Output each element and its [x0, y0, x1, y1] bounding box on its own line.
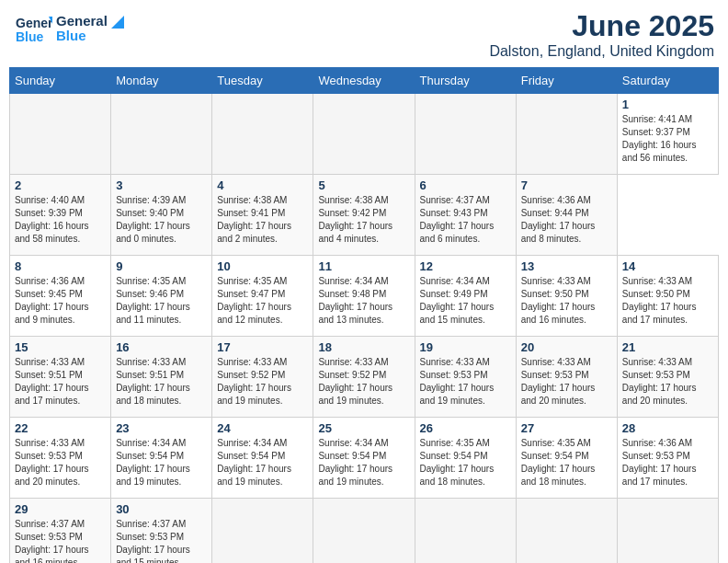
day-number: 17: [217, 340, 308, 354]
day-number: 13: [521, 259, 612, 273]
calendar-cell-13: 13Sunrise: 4:33 AMSunset: 9:50 PMDayligh…: [516, 256, 617, 337]
calendar-cell-19: 19Sunrise: 4:33 AMSunset: 9:53 PMDayligh…: [415, 337, 516, 418]
calendar-cell-7: 7Sunrise: 4:36 AMSunset: 9:44 PMDaylight…: [516, 175, 617, 256]
empty-cell: [212, 94, 313, 175]
calendar-cell-12: 12Sunrise: 4:34 AMSunset: 9:49 PMDayligh…: [415, 256, 516, 337]
location-title: Dalston, England, United Kingdom: [489, 43, 714, 60]
day-info: Sunrise: 4:37 AMSunset: 9:53 PMDaylight:…: [116, 519, 190, 563]
empty-cell: [313, 94, 415, 175]
column-header-monday: Monday: [111, 68, 212, 94]
day-number: 10: [217, 259, 308, 273]
calendar-cell-21: 21Sunrise: 4:33 AMSunset: 9:53 PMDayligh…: [617, 337, 718, 418]
column-header-sunday: Sunday: [10, 68, 111, 94]
day-info: Sunrise: 4:35 AMSunset: 9:54 PMDaylight:…: [521, 438, 596, 487]
calendar-header-row: SundayMondayTuesdayWednesdayThursdayFrid…: [10, 68, 719, 94]
day-number: 20: [521, 340, 612, 354]
day-info: Sunrise: 4:33 AMSunset: 9:53 PMDaylight:…: [15, 438, 89, 487]
day-number: 14: [622, 259, 713, 273]
calendar-table: SundayMondayTuesdayWednesdayThursdayFrid…: [9, 67, 719, 563]
calendar-cell-16: 16Sunrise: 4:33 AMSunset: 9:51 PMDayligh…: [111, 337, 212, 418]
day-number: 27: [521, 421, 612, 435]
calendar-row: 1Sunrise: 4:41 AMSunset: 9:37 PMDaylight…: [10, 94, 719, 175]
empty-cell: [111, 94, 212, 175]
calendar-cell-29: 29Sunrise: 4:37 AMSunset: 9:53 PMDayligh…: [10, 499, 111, 564]
day-number: 7: [521, 178, 612, 192]
day-info: Sunrise: 4:34 AMSunset: 9:48 PMDaylight:…: [318, 276, 392, 325]
calendar-cell-11: 11Sunrise: 4:34 AMSunset: 9:48 PMDayligh…: [313, 256, 415, 337]
svg-marker-3: [111, 16, 124, 29]
day-number: 18: [318, 340, 409, 354]
day-info: Sunrise: 4:39 AMSunset: 9:40 PMDaylight:…: [116, 195, 190, 244]
column-header-thursday: Thursday: [415, 68, 516, 94]
day-number: 12: [420, 259, 511, 273]
empty-cell: [516, 499, 617, 564]
day-number: 15: [15, 340, 106, 354]
calendar-cell-22: 22Sunrise: 4:33 AMSunset: 9:53 PMDayligh…: [10, 418, 111, 499]
day-info: Sunrise: 4:37 AMSunset: 9:53 PMDaylight:…: [15, 519, 89, 563]
day-number: 1: [622, 98, 713, 111]
calendar-row: 22Sunrise: 4:33 AMSunset: 9:53 PMDayligh…: [10, 418, 719, 499]
day-number: 3: [116, 178, 207, 192]
day-info: Sunrise: 4:37 AMSunset: 9:43 PMDaylight:…: [420, 195, 495, 244]
day-info: Sunrise: 4:33 AMSunset: 9:50 PMDaylight:…: [521, 276, 596, 325]
day-number: 4: [217, 178, 308, 192]
day-info: Sunrise: 4:34 AMSunset: 9:49 PMDaylight:…: [420, 276, 495, 325]
calendar-cell-14: 14Sunrise: 4:33 AMSunset: 9:50 PMDayligh…: [617, 256, 718, 337]
day-info: Sunrise: 4:41 AMSunset: 9:37 PMDaylight:…: [622, 114, 697, 163]
logo: General Blue General Blue: [14, 9, 124, 48]
calendar-cell-4: 4Sunrise: 4:38 AMSunset: 9:41 PMDaylight…: [212, 175, 313, 256]
day-info: Sunrise: 4:40 AMSunset: 9:39 PMDaylight:…: [15, 195, 89, 244]
day-number: 19: [420, 340, 511, 354]
day-info: Sunrise: 4:33 AMSunset: 9:52 PMDaylight:…: [318, 357, 392, 406]
day-number: 25: [318, 421, 409, 435]
day-number: 22: [15, 421, 106, 435]
day-number: 2: [15, 178, 106, 192]
day-info: Sunrise: 4:33 AMSunset: 9:51 PMDaylight:…: [15, 357, 89, 406]
calendar-cell-9: 9Sunrise: 4:35 AMSunset: 9:46 PMDaylight…: [111, 256, 212, 337]
month-title: June 2025: [489, 9, 714, 43]
day-info: Sunrise: 4:33 AMSunset: 9:52 PMDaylight:…: [217, 357, 291, 406]
day-info: Sunrise: 4:38 AMSunset: 9:41 PMDaylight:…: [217, 195, 291, 244]
calendar-cell-26: 26Sunrise: 4:35 AMSunset: 9:54 PMDayligh…: [415, 418, 516, 499]
day-number: 11: [318, 259, 409, 273]
empty-cell: [212, 499, 313, 564]
day-number: 16: [116, 340, 207, 354]
day-info: Sunrise: 4:34 AMSunset: 9:54 PMDaylight:…: [217, 438, 291, 487]
day-number: 21: [622, 340, 713, 354]
day-info: Sunrise: 4:36 AMSunset: 9:53 PMDaylight:…: [622, 438, 697, 487]
column-header-friday: Friday: [516, 68, 617, 94]
calendar-cell-20: 20Sunrise: 4:33 AMSunset: 9:53 PMDayligh…: [516, 337, 617, 418]
day-info: Sunrise: 4:35 AMSunset: 9:47 PMDaylight:…: [217, 276, 291, 325]
empty-cell: [415, 94, 516, 175]
calendar-cell-25: 25Sunrise: 4:34 AMSunset: 9:54 PMDayligh…: [313, 418, 415, 499]
column-header-wednesday: Wednesday: [313, 68, 415, 94]
day-number: 23: [116, 421, 207, 435]
calendar-cell-24: 24Sunrise: 4:34 AMSunset: 9:54 PMDayligh…: [212, 418, 313, 499]
logo-icon: General Blue: [14, 9, 52, 48]
column-header-saturday: Saturday: [617, 68, 718, 94]
day-number: 8: [15, 259, 106, 273]
day-number: 26: [420, 421, 511, 435]
day-number: 9: [116, 259, 207, 273]
day-number: 28: [622, 421, 713, 435]
calendar-cell-5: 5Sunrise: 4:38 AMSunset: 9:42 PMDaylight…: [313, 175, 415, 256]
day-info: Sunrise: 4:36 AMSunset: 9:44 PMDaylight:…: [521, 195, 596, 244]
svg-text:Blue: Blue: [16, 29, 44, 44]
svg-text:General: General: [16, 16, 52, 30]
calendar-row: 29Sunrise: 4:37 AMSunset: 9:53 PMDayligh…: [10, 499, 719, 564]
logo-blue-text: Blue: [56, 29, 124, 44]
empty-cell: [617, 499, 718, 564]
calendar-cell-2: 2Sunrise: 4:40 AMSunset: 9:39 PMDaylight…: [10, 175, 111, 256]
day-info: Sunrise: 4:36 AMSunset: 9:45 PMDaylight:…: [15, 276, 89, 325]
logo-general-text: General: [56, 14, 124, 29]
empty-cell: [415, 499, 516, 564]
calendar-row: 15Sunrise: 4:33 AMSunset: 9:51 PMDayligh…: [10, 337, 719, 418]
column-header-tuesday: Tuesday: [212, 68, 313, 94]
day-info: Sunrise: 4:33 AMSunset: 9:53 PMDaylight:…: [622, 357, 697, 406]
calendar-row: 8Sunrise: 4:36 AMSunset: 9:45 PMDaylight…: [10, 256, 719, 337]
calendar-cell-30: 30Sunrise: 4:37 AMSunset: 9:53 PMDayligh…: [111, 499, 212, 564]
empty-cell: [313, 499, 415, 564]
empty-cell: [10, 94, 111, 175]
calendar-cell-28: 28Sunrise: 4:36 AMSunset: 9:53 PMDayligh…: [617, 418, 718, 499]
page-header: General Blue General Blue June 2025 Dals…: [9, 9, 719, 60]
